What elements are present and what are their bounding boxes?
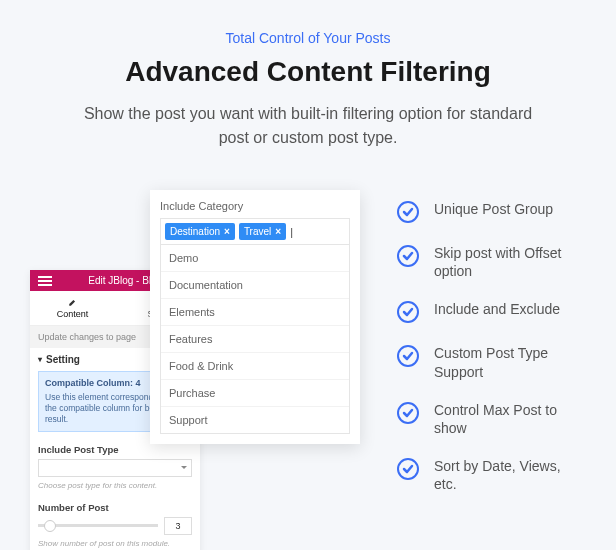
checkmark-circle-icon	[396, 200, 420, 224]
number-of-post-hint: Show number of post on this module.	[38, 539, 192, 548]
pencil-icon	[68, 297, 78, 307]
dropdown-option[interactable]: Documentation	[161, 271, 349, 298]
feature-item: Sort by Date, Views, etc.	[396, 457, 586, 493]
include-category-label: Include Category	[160, 200, 350, 212]
page-heading: Advanced Content Filtering	[20, 56, 596, 88]
checkmark-circle-icon	[396, 300, 420, 324]
number-of-post-input[interactable]: 3	[164, 517, 192, 535]
feature-item: Custom Post Type Support	[396, 344, 586, 380]
dropdown-option[interactable]: Support	[161, 406, 349, 433]
feature-text: Custom Post Type Support	[434, 344, 586, 380]
caret-down-icon: ▾	[38, 355, 42, 364]
eyebrow-text: Total Control of Your Posts	[20, 30, 596, 46]
tab-content-label: Content	[57, 309, 89, 319]
include-post-type-hint: Choose post type for this content.	[38, 481, 192, 490]
checkmark-circle-icon	[396, 344, 420, 368]
tab-content[interactable]: Content	[30, 291, 115, 325]
feature-item: Include and Exclude	[396, 300, 586, 324]
category-dropdown: Demo Documentation Elements Features Foo…	[160, 244, 350, 434]
page-subheading: Show the post you want with built-in fil…	[68, 102, 548, 150]
remove-tag-icon[interactable]: ×	[224, 226, 230, 237]
checkmark-circle-icon	[396, 401, 420, 425]
number-of-post-slider[interactable]	[38, 524, 158, 527]
remove-tag-icon[interactable]: ×	[275, 226, 281, 237]
category-tag[interactable]: Travel×	[239, 223, 286, 240]
dropdown-option[interactable]: Purchase	[161, 379, 349, 406]
checkmark-circle-icon	[396, 457, 420, 481]
feature-item: Skip post with Offset option	[396, 244, 586, 280]
tag-text: Destination	[170, 226, 220, 237]
include-post-type-select[interactable]	[38, 459, 192, 477]
tag-text: Travel	[244, 226, 271, 237]
dropdown-option[interactable]: Elements	[161, 298, 349, 325]
include-post-type-label: Include Post Type	[38, 444, 192, 455]
feature-text: Control Max Post to show	[434, 401, 586, 437]
category-tag[interactable]: Destination×	[165, 223, 235, 240]
feature-list: Unique Post Group Skip post with Offset …	[396, 190, 586, 494]
category-tag-input[interactable]: Destination× Travel× |	[160, 218, 350, 244]
screenshot-preview: Edit JBlog - Bloc Content Style Update c…	[30, 190, 366, 540]
setting-label: Setting	[46, 354, 80, 365]
dropdown-option[interactable]: Food & Drink	[161, 352, 349, 379]
text-cursor: |	[290, 226, 293, 238]
checkmark-circle-icon	[396, 244, 420, 268]
feature-text: Sort by Date, Views, etc.	[434, 457, 586, 493]
dropdown-option[interactable]: Demo	[161, 245, 349, 271]
include-category-popup: Include Category Destination× Travel× | …	[150, 190, 360, 444]
feature-text: Unique Post Group	[434, 200, 553, 218]
feature-text: Include and Exclude	[434, 300, 560, 318]
hamburger-icon[interactable]	[38, 276, 52, 286]
dropdown-option[interactable]: Features	[161, 325, 349, 352]
feature-item: Control Max Post to show	[396, 401, 586, 437]
feature-item: Unique Post Group	[396, 200, 586, 224]
feature-text: Skip post with Offset option	[434, 244, 586, 280]
number-of-post-label: Number of Post	[38, 502, 192, 513]
